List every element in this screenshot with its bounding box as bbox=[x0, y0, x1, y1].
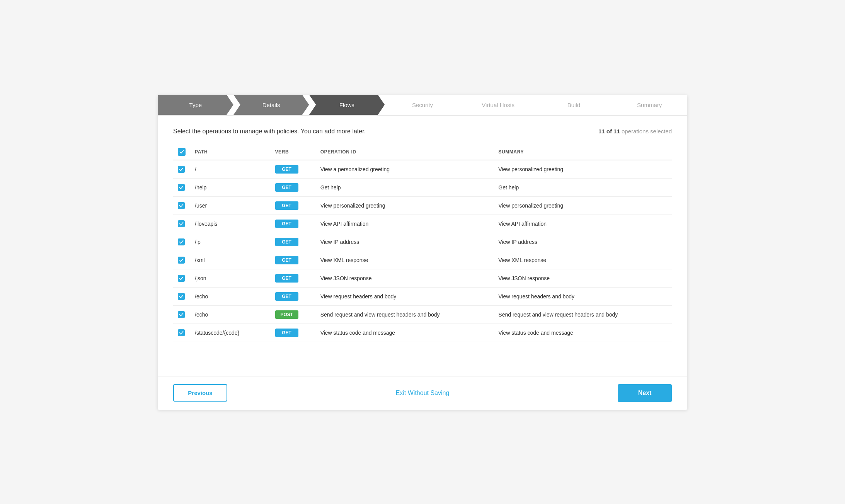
row-checkbox-3[interactable] bbox=[178, 220, 185, 227]
summary-cell-8: Send request and view request headers an… bbox=[494, 305, 672, 324]
verb-cell-8: POST bbox=[271, 305, 316, 324]
operation-id-cell-0: View a personalized greeting bbox=[316, 160, 494, 179]
row-checkbox-cell-7[interactable] bbox=[173, 287, 190, 305]
select-all-cell[interactable] bbox=[173, 144, 190, 160]
table-row: /jsonGETView JSON responseView JSON resp… bbox=[173, 269, 672, 287]
operation-id-cell-7: View request headers and body bbox=[316, 287, 494, 305]
operation-id-column-header: OPERATION ID bbox=[316, 144, 494, 160]
step-label-security: Security bbox=[385, 102, 460, 108]
path-cell-1: /help bbox=[190, 178, 271, 196]
summary-cell-4: View IP address bbox=[494, 233, 672, 251]
steps-bar: TypeDetailsFlowsSecurityVirtual HostsBui… bbox=[158, 95, 687, 116]
table-row: /userGETView personalized greetingView p… bbox=[173, 196, 672, 215]
step-label-build: Build bbox=[536, 102, 612, 108]
verb-cell-1: GET bbox=[271, 178, 316, 196]
row-checkbox-cell-3[interactable] bbox=[173, 215, 190, 233]
row-checkbox-6[interactable] bbox=[178, 275, 185, 282]
operation-id-cell-4: View IP address bbox=[316, 233, 494, 251]
previous-button[interactable]: Previous bbox=[173, 384, 227, 402]
step-type[interactable]: Type bbox=[158, 95, 233, 115]
row-checkbox-cell-4[interactable] bbox=[173, 233, 190, 251]
summary-cell-7: View request headers and body bbox=[494, 287, 672, 305]
verb-cell-7: GET bbox=[271, 287, 316, 305]
verb-cell-6: GET bbox=[271, 269, 316, 287]
row-checkbox-9[interactable] bbox=[178, 329, 185, 336]
operation-id-cell-9: View status code and message bbox=[316, 324, 494, 342]
footer: Previous Exit Without Saving Next bbox=[158, 376, 687, 410]
table-row: /iloveapisGETView API affirmationView AP… bbox=[173, 215, 672, 233]
verb-badge-4: GET bbox=[275, 238, 298, 246]
path-cell-2: /user bbox=[190, 196, 271, 215]
summary-cell-2: View personalized greeting bbox=[494, 196, 672, 215]
row-checkbox-cell-2[interactable] bbox=[173, 196, 190, 215]
operations-table: PATH VERB OPERATION ID SUMMARY /GETView … bbox=[173, 144, 672, 342]
content-header: Select the operations to manage with pol… bbox=[173, 128, 672, 135]
row-checkbox-cell-1[interactable] bbox=[173, 178, 190, 196]
operation-id-cell-8: Send request and view request headers an… bbox=[316, 305, 494, 324]
summary-cell-3: View API affirmation bbox=[494, 215, 672, 233]
verb-badge-0: GET bbox=[275, 165, 298, 174]
path-cell-6: /json bbox=[190, 269, 271, 287]
step-label-virtual-hosts: Virtual Hosts bbox=[460, 102, 536, 108]
summary-cell-0: View personalized greeting bbox=[494, 160, 672, 179]
verb-badge-2: GET bbox=[275, 201, 298, 210]
step-virtual-hosts[interactable]: Virtual Hosts bbox=[460, 95, 536, 115]
row-checkbox-cell-8[interactable] bbox=[173, 305, 190, 324]
header-row: PATH VERB OPERATION ID SUMMARY bbox=[173, 144, 672, 160]
step-label-summary: Summary bbox=[612, 102, 687, 108]
verb-cell-2: GET bbox=[271, 196, 316, 215]
row-checkbox-5[interactable] bbox=[178, 257, 185, 264]
wizard-container: TypeDetailsFlowsSecurityVirtual HostsBui… bbox=[158, 95, 687, 410]
step-label-flows: Flows bbox=[309, 102, 385, 108]
verb-cell-5: GET bbox=[271, 251, 316, 269]
summary-cell-6: View JSON response bbox=[494, 269, 672, 287]
summary-cell-1: Get help bbox=[494, 178, 672, 196]
operations-count: 11 of 11 operations selected bbox=[598, 128, 672, 135]
table-row: /xmlGETView XML responseView XML respons… bbox=[173, 251, 672, 269]
step-label-details: Details bbox=[233, 102, 309, 108]
row-checkbox-2[interactable] bbox=[178, 202, 185, 209]
path-cell-9: /statuscode/{code} bbox=[190, 324, 271, 342]
path-cell-3: /iloveapis bbox=[190, 215, 271, 233]
verb-badge-7: GET bbox=[275, 292, 298, 301]
verb-cell-4: GET bbox=[271, 233, 316, 251]
operation-id-cell-1: Get help bbox=[316, 178, 494, 196]
next-button[interactable]: Next bbox=[618, 384, 672, 402]
row-checkbox-cell-0[interactable] bbox=[173, 160, 190, 179]
path-cell-4: /ip bbox=[190, 233, 271, 251]
step-build[interactable]: Build bbox=[536, 95, 612, 115]
ops-count-label: operations selected bbox=[622, 128, 672, 135]
row-checkbox-0[interactable] bbox=[178, 166, 185, 173]
summary-cell-5: View XML response bbox=[494, 251, 672, 269]
verb-badge-1: GET bbox=[275, 183, 298, 192]
table-header: PATH VERB OPERATION ID SUMMARY bbox=[173, 144, 672, 160]
path-column-header: PATH bbox=[190, 144, 271, 160]
operation-id-cell-2: View personalized greeting bbox=[316, 196, 494, 215]
row-checkbox-cell-9[interactable] bbox=[173, 324, 190, 342]
verb-badge-3: GET bbox=[275, 220, 298, 228]
content-description: Select the operations to manage with pol… bbox=[173, 128, 366, 135]
row-checkbox-8[interactable] bbox=[178, 311, 185, 318]
table-row: /echoPOSTSend request and view request h… bbox=[173, 305, 672, 324]
step-summary[interactable]: Summary bbox=[612, 95, 687, 115]
verb-column-header: VERB bbox=[271, 144, 316, 160]
ops-count-number: 11 of 11 bbox=[598, 128, 622, 135]
exit-without-saving-button[interactable]: Exit Without Saving bbox=[396, 390, 450, 397]
step-details[interactable]: Details bbox=[233, 95, 309, 115]
table-scroll[interactable]: PATH VERB OPERATION ID SUMMARY /GETView … bbox=[173, 144, 672, 345]
step-security[interactable]: Security bbox=[385, 95, 460, 115]
row-checkbox-1[interactable] bbox=[178, 184, 185, 191]
verb-cell-3: GET bbox=[271, 215, 316, 233]
row-checkbox-cell-5[interactable] bbox=[173, 251, 190, 269]
select-all-checkbox[interactable] bbox=[178, 148, 186, 156]
row-checkbox-cell-6[interactable] bbox=[173, 269, 190, 287]
verb-badge-8: POST bbox=[275, 310, 299, 319]
row-checkbox-7[interactable] bbox=[178, 293, 185, 300]
operations-tbody: /GETView a personalized greetingView per… bbox=[173, 160, 672, 342]
operation-id-cell-3: View API affirmation bbox=[316, 215, 494, 233]
verb-badge-5: GET bbox=[275, 256, 298, 264]
table-row: /helpGETGet helpGet help bbox=[173, 178, 672, 196]
row-checkbox-4[interactable] bbox=[178, 238, 185, 245]
table-row: /GETView a personalized greetingView per… bbox=[173, 160, 672, 179]
operation-id-cell-6: View JSON response bbox=[316, 269, 494, 287]
